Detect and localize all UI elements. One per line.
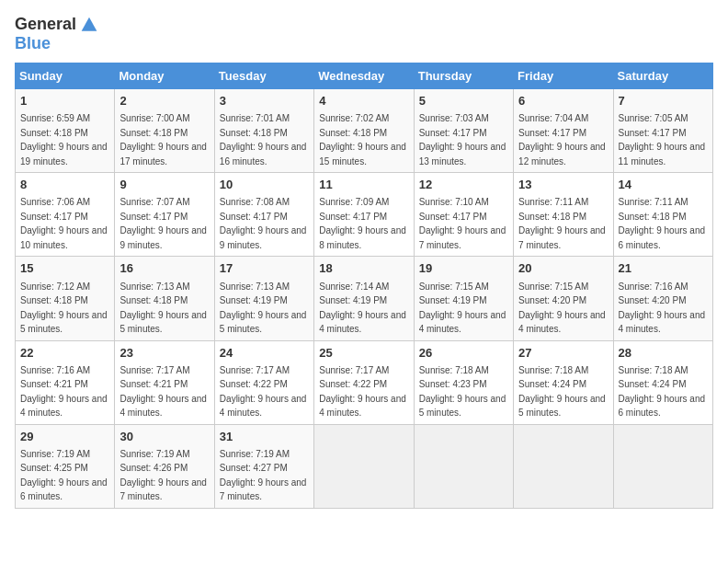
day-cell: 30 Sunrise: 7:19 AMSunset: 4:26 PMDaylig… [115, 424, 214, 508]
day-number: 10 [220, 177, 309, 193]
calendar-body: 1 Sunrise: 6:59 AMSunset: 4:18 PMDayligh… [16, 89, 713, 509]
week-row-5: 29 Sunrise: 7:19 AMSunset: 4:25 PMDaylig… [16, 424, 713, 508]
day-cell: 1 Sunrise: 6:59 AMSunset: 4:18 PMDayligh… [16, 89, 115, 173]
day-info: Sunrise: 7:19 AMSunset: 4:26 PMDaylight:… [119, 449, 207, 502]
day-info: Sunrise: 7:02 AMSunset: 4:18 PMDaylight:… [319, 113, 406, 167]
day-number: 21 [619, 260, 708, 277]
day-info: Sunrise: 7:10 AMSunset: 4:17 PMDaylight:… [419, 197, 506, 250]
header-day-friday: Friday [514, 63, 613, 89]
day-cell: 3 Sunrise: 7:01 AMSunset: 4:18 PMDayligh… [214, 89, 313, 173]
day-number: 27 [518, 345, 608, 362]
day-info: Sunrise: 7:17 AMSunset: 4:21 PMDaylight:… [119, 365, 207, 419]
day-cell: 24 Sunrise: 7:17 AMSunset: 4:22 PMDaylig… [214, 340, 313, 424]
day-info: Sunrise: 6:59 AMSunset: 4:18 PMDaylight:… [20, 113, 108, 167]
day-number: 6 [518, 93, 608, 109]
day-number: 22 [20, 345, 109, 362]
day-cell [314, 424, 414, 508]
day-cell: 28 Sunrise: 7:18 AMSunset: 4:24 PMDaylig… [613, 340, 712, 424]
day-info: Sunrise: 7:14 AMSunset: 4:19 PMDaylight:… [319, 282, 406, 335]
day-cell: 6 Sunrise: 7:04 AMSunset: 4:17 PMDayligh… [514, 89, 613, 173]
day-info: Sunrise: 7:11 AMSunset: 4:18 PMDaylight:… [518, 197, 606, 250]
day-info: Sunrise: 7:08 AMSunset: 4:17 PMDaylight:… [220, 197, 307, 250]
day-info: Sunrise: 7:16 AMSunset: 4:20 PMDaylight:… [619, 282, 706, 335]
day-info: Sunrise: 7:19 AMSunset: 4:27 PMDaylight:… [220, 449, 307, 502]
day-info: Sunrise: 7:15 AMSunset: 4:20 PMDaylight:… [518, 282, 606, 335]
logo-general: General [15, 15, 76, 34]
day-info: Sunrise: 7:09 AMSunset: 4:17 PMDaylight:… [319, 197, 406, 250]
day-number: 2 [119, 93, 209, 109]
day-info: Sunrise: 7:11 AMSunset: 4:18 PMDaylight:… [619, 197, 706, 250]
day-cell: 12 Sunrise: 7:10 AMSunset: 4:17 PMDaylig… [414, 173, 513, 257]
day-number: 17 [220, 260, 309, 277]
week-row-1: 1 Sunrise: 6:59 AMSunset: 4:18 PMDayligh… [16, 89, 713, 173]
day-cell: 18 Sunrise: 7:14 AMSunset: 4:19 PMDaylig… [314, 257, 414, 340]
day-cell: 5 Sunrise: 7:03 AMSunset: 4:17 PMDayligh… [414, 89, 513, 173]
day-info: Sunrise: 7:07 AMSunset: 4:17 PMDaylight:… [119, 197, 207, 250]
day-info: Sunrise: 7:17 AMSunset: 4:22 PMDaylight:… [319, 365, 406, 419]
logo: General Blue [15, 15, 98, 53]
day-number: 3 [220, 93, 309, 109]
day-info: Sunrise: 7:04 AMSunset: 4:17 PMDaylight:… [518, 113, 606, 167]
day-cell: 26 Sunrise: 7:18 AMSunset: 4:23 PMDaylig… [414, 340, 513, 424]
day-info: Sunrise: 7:18 AMSunset: 4:24 PMDaylight:… [518, 365, 606, 419]
header-day-saturday: Saturday [613, 63, 712, 89]
day-cell: 13 Sunrise: 7:11 AMSunset: 4:18 PMDaylig… [514, 173, 613, 257]
day-cell: 2 Sunrise: 7:00 AMSunset: 4:18 PMDayligh… [115, 89, 214, 173]
header-day-tuesday: Tuesday [214, 63, 313, 89]
day-cell [613, 424, 712, 508]
day-cell: 29 Sunrise: 7:19 AMSunset: 4:25 PMDaylig… [16, 424, 115, 508]
day-info: Sunrise: 7:17 AMSunset: 4:22 PMDaylight:… [220, 365, 307, 419]
day-cell: 21 Sunrise: 7:16 AMSunset: 4:20 PMDaylig… [613, 257, 712, 340]
day-number: 12 [419, 177, 508, 193]
week-row-2: 8 Sunrise: 7:06 AMSunset: 4:17 PMDayligh… [16, 173, 713, 257]
day-number: 9 [119, 177, 209, 193]
header-day-sunday: Sunday [16, 63, 115, 89]
day-cell: 4 Sunrise: 7:02 AMSunset: 4:18 PMDayligh… [314, 89, 414, 173]
day-info: Sunrise: 7:13 AMSunset: 4:19 PMDaylight:… [220, 282, 307, 335]
day-cell: 19 Sunrise: 7:15 AMSunset: 4:19 PMDaylig… [414, 257, 513, 340]
logo-icon [80, 16, 98, 34]
day-number: 13 [518, 177, 608, 193]
svg-marker-0 [82, 17, 97, 30]
day-number: 4 [319, 93, 408, 109]
day-number: 15 [20, 260, 109, 277]
day-info: Sunrise: 7:13 AMSunset: 4:18 PMDaylight:… [119, 282, 207, 335]
day-cell: 7 Sunrise: 7:05 AMSunset: 4:17 PMDayligh… [613, 89, 712, 173]
day-number: 5 [419, 93, 508, 109]
day-info: Sunrise: 7:18 AMSunset: 4:24 PMDaylight:… [619, 365, 706, 419]
day-info: Sunrise: 7:15 AMSunset: 4:19 PMDaylight:… [419, 282, 506, 335]
week-row-3: 15 Sunrise: 7:12 AMSunset: 4:18 PMDaylig… [16, 257, 713, 340]
day-cell [414, 424, 513, 508]
day-info: Sunrise: 7:06 AMSunset: 4:17 PMDaylight:… [20, 197, 108, 250]
day-cell: 11 Sunrise: 7:09 AMSunset: 4:17 PMDaylig… [314, 173, 414, 257]
day-cell: 8 Sunrise: 7:06 AMSunset: 4:17 PMDayligh… [16, 173, 115, 257]
day-cell: 15 Sunrise: 7:12 AMSunset: 4:18 PMDaylig… [16, 257, 115, 340]
day-cell [514, 424, 613, 508]
day-number: 30 [119, 429, 209, 445]
day-number: 20 [518, 260, 608, 277]
day-number: 14 [619, 177, 708, 193]
day-cell: 9 Sunrise: 7:07 AMSunset: 4:17 PMDayligh… [115, 173, 214, 257]
day-cell: 25 Sunrise: 7:17 AMSunset: 4:22 PMDaylig… [314, 340, 414, 424]
header-day-thursday: Thursday [414, 63, 513, 89]
day-number: 1 [20, 93, 109, 109]
day-number: 16 [119, 260, 209, 277]
day-cell: 31 Sunrise: 7:19 AMSunset: 4:27 PMDaylig… [214, 424, 313, 508]
day-number: 28 [619, 345, 708, 362]
day-number: 24 [220, 345, 309, 362]
day-cell: 10 Sunrise: 7:08 AMSunset: 4:17 PMDaylig… [214, 173, 313, 257]
day-number: 11 [319, 177, 408, 193]
day-cell: 27 Sunrise: 7:18 AMSunset: 4:24 PMDaylig… [514, 340, 613, 424]
day-number: 19 [419, 260, 508, 277]
day-cell: 16 Sunrise: 7:13 AMSunset: 4:18 PMDaylig… [115, 257, 214, 340]
page-header: General Blue [15, 15, 713, 53]
day-number: 26 [419, 345, 508, 362]
day-number: 23 [119, 345, 209, 362]
day-info: Sunrise: 7:01 AMSunset: 4:18 PMDaylight:… [220, 113, 307, 167]
day-info: Sunrise: 7:16 AMSunset: 4:21 PMDaylight:… [20, 365, 108, 419]
day-info: Sunrise: 7:12 AMSunset: 4:18 PMDaylight:… [20, 282, 108, 335]
week-row-4: 22 Sunrise: 7:16 AMSunset: 4:21 PMDaylig… [16, 340, 713, 424]
header-day-monday: Monday [115, 63, 214, 89]
day-number: 31 [220, 429, 309, 445]
day-number: 18 [319, 260, 408, 277]
